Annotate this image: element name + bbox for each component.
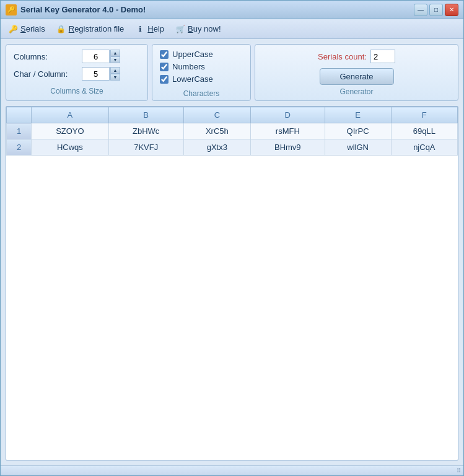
menu-registration[interactable]: 🔒 Registration file (51, 22, 129, 37)
window-controls: — □ ✕ (414, 4, 458, 16)
help-menu-label: Help (147, 24, 164, 33)
col-header-a: A (32, 107, 109, 123)
columns-down-button[interactable]: ▼ (110, 56, 120, 63)
close-button[interactable]: ✕ (445, 4, 458, 16)
char-column-input[interactable] (82, 67, 110, 81)
columns-input[interactable] (82, 50, 110, 63)
row-1-col-f: 69qLL (391, 123, 457, 139)
columns-spinner: ▲ ▼ (82, 50, 120, 63)
row-1-col-a: SZOYO (32, 123, 109, 139)
uppercase-row: UpperCase (160, 50, 243, 59)
numbers-label[interactable]: Numbers (172, 62, 205, 71)
generate-button[interactable]: Generate (320, 68, 394, 85)
col-header-e: E (325, 107, 391, 123)
characters-section: UpperCase Numbers LowerCase Characters (152, 44, 251, 101)
row-2-col-b: 7KVFJ (108, 139, 183, 156)
col-header-c: C (183, 107, 251, 123)
serials-table: A B C D E F 1 SZOYO ZbHWc XrC5h rsMFH QI… (6, 107, 458, 156)
window-title: Serial Key Generator 4.0 - Demo! (20, 5, 414, 14)
char-column-up-button[interactable]: ▲ (110, 67, 120, 74)
uppercase-label[interactable]: UpperCase (172, 50, 213, 59)
row-2-col-a: HCwqs (32, 139, 109, 156)
registration-menu-label: Registration file (69, 24, 125, 33)
row-2-col-e: wllGN (325, 139, 391, 156)
serials-menu-label: Serials (20, 24, 45, 33)
menu-serials[interactable]: 🔑 Serials (3, 22, 50, 37)
char-column-field-row: Char / Column: ▲ ▼ (14, 67, 140, 81)
generator-section: Serials count: Generate Generator (255, 44, 458, 101)
buy-menu-icon: 🛒 (175, 24, 185, 34)
char-column-spinner: ▲ ▼ (82, 67, 120, 81)
menu-help[interactable]: ℹ Help (130, 22, 169, 37)
char-column-down-button[interactable]: ▼ (110, 74, 120, 81)
table-row: 2 HCwqs 7KVFJ gXtx3 BHmv9 wllGN njCqA (7, 139, 458, 156)
columns-size-section: Columns: ▲ ▼ Char / Column: ▲ (6, 44, 148, 101)
col-header-num (7, 107, 32, 123)
row-1-col-c: XrC5h (183, 123, 251, 139)
app-icon: 🔑 (6, 4, 17, 15)
buy-menu-label: Buy now! (188, 24, 221, 33)
uppercase-checkbox[interactable] (160, 50, 169, 59)
char-column-label: Char / Column: (14, 69, 82, 79)
serials-count-row: Serials count: (318, 50, 395, 63)
serials-menu-icon: 🔑 (8, 24, 18, 34)
main-window: 🔑 Serial Key Generator 4.0 - Demo! — □ ✕… (0, 0, 464, 476)
row-2-col-f: njCqA (391, 139, 457, 156)
row-1-col-b: ZbHWc (108, 123, 183, 139)
status-bar: ⠿ (1, 465, 463, 475)
data-grid: A B C D E F 1 SZOYO ZbHWc XrC5h rsMFH QI… (6, 106, 458, 461)
row-2-col-d: BHmv9 (251, 139, 325, 156)
row-2-col-c: gXtx3 (183, 139, 251, 156)
row-1-col-d: rsMFH (251, 123, 325, 139)
char-column-spinner-buttons: ▲ ▼ (110, 67, 120, 81)
controls-panel: Columns: ▲ ▼ Char / Column: ▲ (6, 44, 458, 101)
columns-section-title: Columns & Size (50, 87, 103, 95)
row-num-2: 2 (7, 139, 32, 156)
numbers-row: Numbers (160, 62, 243, 71)
generator-section-title: Generator (339, 87, 373, 96)
col-header-d: D (251, 107, 325, 123)
columns-label: Columns: (14, 52, 82, 61)
main-content: Columns: ▲ ▼ Char / Column: ▲ (1, 39, 463, 465)
menu-buy[interactable]: 🛒 Buy now! (170, 22, 225, 37)
row-num-1: 1 (7, 123, 32, 139)
col-header-f: F (391, 107, 457, 123)
lowercase-row: LowerCase (160, 74, 243, 84)
menu-bar: 🔑 Serials 🔒 Registration file ℹ Help 🛒 B… (1, 19, 463, 39)
registration-menu-icon: 🔒 (56, 24, 66, 34)
row-1-col-e: QIrPC (325, 123, 391, 139)
lowercase-label[interactable]: LowerCase (172, 74, 213, 84)
minimize-button[interactable]: — (414, 4, 427, 16)
columns-spinner-buttons: ▲ ▼ (110, 50, 120, 63)
characters-section-title: Characters (183, 89, 220, 98)
serials-count-input[interactable] (370, 50, 395, 63)
serials-count-label: Serials count: (318, 52, 367, 61)
maximize-button[interactable]: □ (429, 4, 443, 16)
resize-grip-icon: ⠿ (457, 467, 461, 474)
columns-up-button[interactable]: ▲ (110, 50, 120, 56)
help-menu-icon: ℹ (135, 24, 145, 34)
title-bar: 🔑 Serial Key Generator 4.0 - Demo! — □ ✕ (1, 1, 463, 19)
lowercase-checkbox[interactable] (160, 75, 169, 84)
columns-field-row: Columns: ▲ ▼ (14, 50, 140, 63)
table-header-row: A B C D E F (7, 107, 458, 123)
col-header-b: B (108, 107, 183, 123)
numbers-checkbox[interactable] (160, 63, 169, 71)
table-row: 1 SZOYO ZbHWc XrC5h rsMFH QIrPC 69qLL (7, 123, 458, 139)
